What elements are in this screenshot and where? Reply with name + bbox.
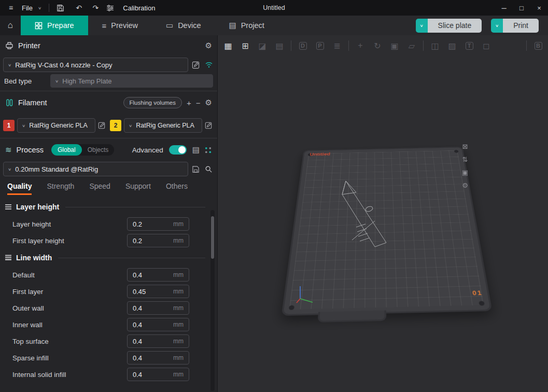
first-layer-height-input[interactable] [133,237,173,245]
printer-connection-wifi-icon[interactable] [205,61,214,68]
plate-settings-icon[interactable]: ⚙ [461,181,469,189]
plate-arrange-icon[interactable]: ⇅ [461,155,469,163]
settings-list-icon[interactable]: ▤ [192,145,200,155]
print-button[interactable]: ∨ Print [491,19,539,33]
chevron-down-icon: ∨ [55,79,59,83]
layer-height-input[interactable] [133,220,173,228]
slice-plate-label[interactable]: Slice plate [428,19,482,33]
filament-1-color-chip[interactable]: 1 [3,120,15,131]
process-scope-toggle[interactable]: Global Objects [51,144,114,156]
flushing-volumes-button[interactable]: Flushing volumes [123,97,182,108]
advanced-toggle[interactable] [169,145,187,155]
tab-quality[interactable]: Quality [7,182,32,195]
toolbar-separator [348,40,349,51]
tab-preview[interactable]: ≡ Preview [88,16,152,35]
slice-plate-button[interactable]: ∨ Slice plate [416,19,482,33]
save-preset-icon[interactable] [192,165,201,173]
inner-wall-line-width-input[interactable] [133,321,173,329]
filament-row: 1 ∨ RatRig Generic PLA 2 ∨ RatRig Generi… [0,113,217,135]
file-menu[interactable]: File [22,4,33,12]
split-objects-icon[interactable]: ◫ [429,40,441,51]
filament-2-color-chip[interactable]: 2 [110,120,121,131]
import-stl-icon[interactable]: D [297,40,308,51]
bed-type-select[interactable]: ∨ High Temp Plate [50,74,213,88]
variable-layer-height-icon[interactable]: ▤ [274,40,285,51]
add-filament-icon[interactable]: + [187,99,191,107]
tab-support[interactable]: Support [125,182,151,195]
arrange-all-icon[interactable]: ⊞ [240,40,251,51]
tab-others[interactable]: Others [166,182,188,195]
text-tool-icon[interactable]: T [463,40,475,51]
scope-global[interactable]: Global [51,144,82,156]
tab-project[interactable]: ▤ Project [215,16,278,35]
internal-solid-infill-line-width-input[interactable] [133,371,173,379]
seam-painting-icon[interactable]: ▨ [446,40,458,51]
settings-panel: Layer height Layer height mm First layer… [0,195,217,383]
calibration-menu[interactable]: Calibration [123,4,155,12]
filament-1-value: RatRig Generic PLA [29,122,88,129]
default-line-width-input[interactable] [133,271,173,279]
search-settings-icon[interactable] [205,165,214,173]
unit-label: mm [173,321,184,328]
rotate-icon[interactable]: ↻ [372,40,383,51]
minimize-button[interactable]: ─ [495,0,513,16]
tab-speed[interactable]: Speed [89,182,110,195]
lay-flat-icon[interactable]: ▱ [406,40,417,51]
tab-strength[interactable]: Strength [47,182,74,195]
printer-preset-row: ∨ RatRig V-Cast 0.4 nozzle - Copy [0,56,217,72]
add-plate-icon[interactable]: ▦ [222,40,234,51]
slice-options-chevron-icon[interactable]: ∨ [416,19,428,33]
unit-label: mm [173,338,184,345]
calibration-icon [106,4,118,12]
tab-device[interactable]: ▭ Device [152,16,215,35]
tab-prepare[interactable]: Prepare [21,16,88,35]
move-icon[interactable]: + [355,40,366,51]
edit-filament-1-icon[interactable] [98,122,107,129]
filament-2-select[interactable]: ∨ RatRig Generic PLA [124,118,202,133]
edit-printer-icon[interactable] [192,61,201,69]
settings-scrollbar[interactable] [210,210,215,391]
tab-prepare-label: Prepare [47,21,74,30]
printer-settings-gear-icon[interactable]: ⚙ [205,41,212,50]
compare-presets-icon[interactable] [204,146,212,154]
scene-3d[interactable]: Untitled 01 ⊠ ⇅ ▣ ⚙ [218,56,548,392]
printer-preset-select[interactable]: ∨ RatRig V-Cast 0.4 nozzle - Copy [3,58,188,72]
assembly-view-icon[interactable]: B [532,40,544,51]
plate-delete-icon[interactable]: ⊠ [461,142,469,150]
unit-label: mm [173,304,184,312]
scope-objects[interactable]: Objects [82,146,115,153]
bed-type-label: Bed type [4,77,47,85]
titlebar: ≡ File ∨ ↶ ↷ Calibration Untitled ─ □ × [0,0,548,16]
plate-actions: ⊠ ⇅ ▣ ⚙ [461,142,469,189]
first-layer-line-width-input[interactable] [133,288,173,296]
scale-icon[interactable]: ▣ [389,40,400,51]
chevron-down-icon: ∨ [8,63,11,67]
primitive-cube-icon[interactable]: ◻ [481,40,492,51]
redo-icon[interactable]: ↷ [90,4,101,12]
sparse-infill-line-width-input[interactable] [133,354,173,362]
print-options-chevron-icon[interactable]: ∨ [491,19,503,33]
setting-input-box: mm [127,268,189,282]
menu-icon[interactable]: ≡ [5,4,17,12]
outer-wall-line-width-input[interactable] [133,304,173,312]
import-preset-icon[interactable]: P [314,40,326,51]
file-menu-chevron-icon[interactable]: ∨ [38,6,41,10]
setting-input-box: mm [127,318,189,331]
divider [0,91,217,91]
maximize-button[interactable]: □ [513,0,530,16]
top-surface-line-width-input[interactable] [133,338,173,345]
edit-filament-2-icon[interactable] [205,122,214,129]
filament-settings-gear-icon[interactable]: ⚙ [205,98,212,107]
print-label[interactable]: Print [503,19,539,33]
save-icon[interactable] [57,4,68,12]
home-button[interactable]: ⌂ [0,16,21,35]
auto-orient-icon[interactable]: ◪ [257,40,268,51]
filament-1-select[interactable]: ∨ RatRig Generic PLA [17,118,95,133]
close-button[interactable]: × [530,0,548,16]
object-list-icon[interactable]: ≣ [331,40,343,51]
undo-icon[interactable]: ↶ [73,4,85,12]
scrollbar-thumb[interactable] [211,216,214,259]
plate-lock-icon[interactable]: ▣ [461,168,469,176]
remove-filament-icon[interactable]: − [196,99,201,107]
process-preset-select[interactable]: ∨ 0.20mm Standard @RatRig [3,162,188,176]
